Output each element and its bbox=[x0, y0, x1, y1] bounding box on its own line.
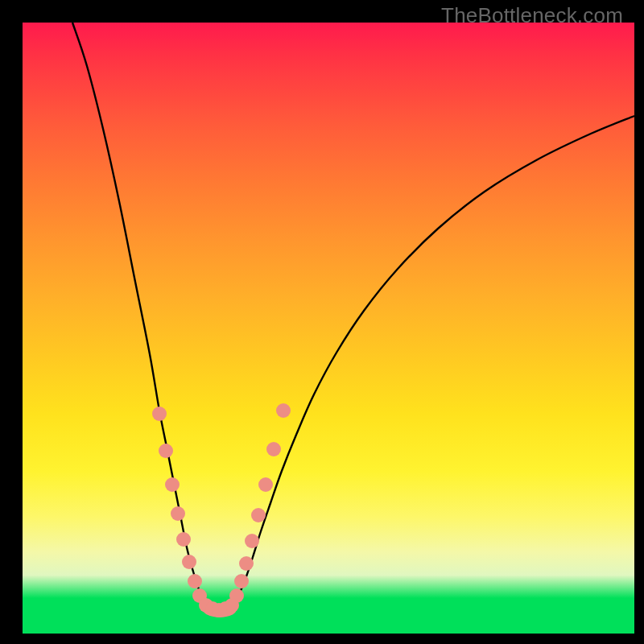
bottom-green-band bbox=[23, 598, 634, 634]
watermark-text: TheBottleneck.com bbox=[441, 3, 623, 28]
chart-frame: TheBottleneck.com bbox=[0, 0, 644, 644]
chart-inner: TheBottleneck.com bbox=[23, 0, 634, 636]
gradient-background bbox=[23, 23, 634, 598]
